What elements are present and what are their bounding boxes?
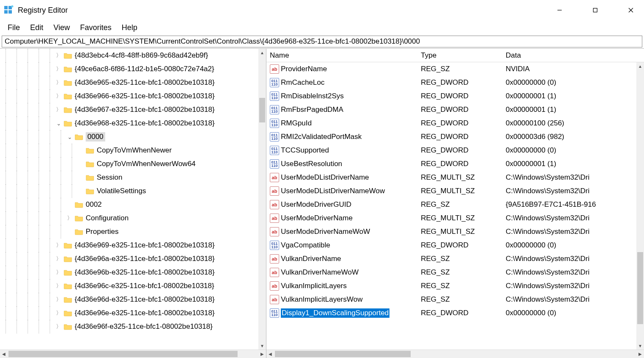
menu-favorites[interactable]: Favorites xyxy=(76,22,116,34)
menu-edit[interactable]: Edit xyxy=(26,22,48,34)
scrollbar-track[interactable] xyxy=(636,70,644,342)
chevron-right-icon[interactable]: 〉 xyxy=(55,269,62,276)
tree-item[interactable]: 〉{48d3ebc4-4cf8-48ff-b869-9c68ad42eb9f} xyxy=(0,49,266,62)
menu-file[interactable]: File xyxy=(3,22,24,34)
tree-item[interactable]: 〉{4d36e96d-e325-11ce-bfc1-08002be10318} xyxy=(0,293,266,306)
value-row[interactable]: abUserModeDListDriverNameWowREG_MULTI_SZ… xyxy=(266,184,644,198)
scrollbar-thumb[interactable] xyxy=(637,252,643,324)
tree-item[interactable]: ⌄{4d36e968-e325-11ce-bfc1-08002be10318} xyxy=(0,117,266,130)
tree-item[interactable]: 0002 xyxy=(0,198,266,211)
values-list[interactable]: abProviderNameREG_SZNVIDIA011110RmCacheL… xyxy=(266,62,644,350)
chevron-right-icon[interactable]: 〉 xyxy=(66,214,73,222)
scroll-right-arrow-icon[interactable]: ▶ xyxy=(258,352,266,356)
scrollbar-track[interactable] xyxy=(274,350,636,358)
value-name: RmCacheLoc xyxy=(281,78,325,87)
scrollbar-thumb[interactable] xyxy=(8,351,238,357)
column-header-name[interactable]: Name xyxy=(266,51,417,60)
value-row[interactable]: 011110TCCSupportedREG_DWORD0x00000000 (0… xyxy=(266,144,644,157)
scroll-down-arrow-icon[interactable]: ▼ xyxy=(636,342,644,350)
chevron-right-icon[interactable]: 〉 xyxy=(55,79,62,86)
value-row[interactable]: abUserModeDriverNameREG_MULTI_SZC:\Windo… xyxy=(266,211,644,225)
value-row[interactable]: 011110RmDisableInst2SysREG_DWORD0x000000… xyxy=(266,89,644,103)
value-row[interactable]: abUserModeDriverNameWoWREG_MULTI_SZC:\Wi… xyxy=(266,225,644,239)
tree-item[interactable]: 〉{49ce6ac8-6f86-11d2-b1e5-0080c72e74a2} xyxy=(0,62,266,76)
column-header-data[interactable]: Data xyxy=(502,51,644,60)
chevron-right-icon[interactable]: 〉 xyxy=(55,241,62,249)
svg-point-4 xyxy=(11,6,14,8)
value-row[interactable]: abVulkanDriverNameREG_SZC:\Windows\Syste… xyxy=(266,252,644,266)
tree-item[interactable]: CopyToVmWhenNewer xyxy=(0,144,266,157)
chevron-down-icon[interactable]: ⌄ xyxy=(55,120,62,127)
menu-help[interactable]: Help xyxy=(118,22,142,34)
chevron-right-icon[interactable]: 〉 xyxy=(55,92,62,100)
tree-item[interactable]: 〉Configuration xyxy=(0,211,266,225)
value-data: 0x00000001 (1) xyxy=(502,160,644,168)
value-row[interactable]: 011110Display1_DownScalingSupportedREG_D… xyxy=(266,306,644,320)
value-row[interactable]: abUserModeDriverGUIDREG_SZ{9A516B97-E7C1… xyxy=(266,198,644,211)
folder-icon xyxy=(64,242,72,249)
menu-view[interactable]: View xyxy=(49,22,74,34)
maximize-button[interactable] xyxy=(585,3,605,17)
binary-value-icon: 011110 xyxy=(270,146,279,155)
value-row[interactable]: abProviderNameREG_SZNVIDIA xyxy=(266,62,644,76)
value-row[interactable]: abVulkanImplicitLayersREG_SZC:\Windows\S… xyxy=(266,279,644,293)
tree-item[interactable]: 〉{4d36e96f-e325-11ce-bfc1-08002be10318} xyxy=(0,320,266,333)
tree-item[interactable]: 〉{4d36e96b-e325-11ce-bfc1-08002be10318} xyxy=(0,266,266,279)
chevron-right-icon[interactable]: 〉 xyxy=(55,106,62,114)
tree-item[interactable]: 〉{4d36e966-e325-11ce-bfc1-08002be10318} xyxy=(0,89,266,103)
chevron-right-icon[interactable]: 〉 xyxy=(55,309,62,317)
tree-item[interactable]: 〉{4d36e965-e325-11ce-bfc1-08002be10318} xyxy=(0,76,266,89)
value-row[interactable]: 011110RmCacheLocREG_DWORD0x00000000 (0) xyxy=(266,76,644,89)
tree-item[interactable]: ⌄0000 xyxy=(0,130,266,144)
tree-item[interactable]: Properties xyxy=(0,225,266,239)
value-row[interactable]: abVulkanDriverNameWoWREG_SZC:\Windows\Sy… xyxy=(266,266,644,279)
value-data: {9A516B97-E7C1-451B-916 xyxy=(502,200,644,209)
scroll-left-arrow-icon[interactable]: ◀ xyxy=(0,352,8,356)
tree-item[interactable]: 〉{4d36e969-e325-11ce-bfc1-08002be10318} xyxy=(0,239,266,252)
chevron-right-icon[interactable]: 〉 xyxy=(55,255,62,263)
scroll-up-arrow-icon[interactable]: ▲ xyxy=(636,62,644,70)
tree-horizontal-scrollbar[interactable]: ◀ ▶ xyxy=(0,350,266,358)
tree-item-label: {4d36e96d-e325-11ce-bfc1-08002be10318} xyxy=(75,295,215,304)
scrollbar-thumb[interactable] xyxy=(259,98,265,122)
tree-item[interactable]: 〉{4d36e96a-e325-11ce-bfc1-08002be10318} xyxy=(0,252,266,266)
tree-item[interactable]: CopyToVmWhenNewerWow64 xyxy=(0,157,266,171)
value-row[interactable]: abVulkanImplicitLayersWowREG_SZC:\Window… xyxy=(266,293,644,306)
tree-item[interactable]: VolatileSettings xyxy=(0,184,266,198)
svg-rect-3 xyxy=(8,10,12,14)
folder-icon xyxy=(64,79,72,86)
tree-item[interactable]: 〉{4d36e96c-e325-11ce-bfc1-08002be10318} xyxy=(0,279,266,293)
tree-vertical-scrollbar[interactable]: ▲ ▼ xyxy=(258,49,266,350)
address-bar[interactable]: Computer\HKEY_LOCAL_MACHINE\SYSTEM\Curre… xyxy=(2,36,642,47)
values-vertical-scrollbar[interactable]: ▲ ▼ xyxy=(636,62,644,350)
scrollbar-track[interactable] xyxy=(258,56,266,342)
scroll-up-arrow-icon[interactable]: ▲ xyxy=(258,49,266,56)
tree-scroll[interactable]: 〉{48d3ebc4-4cf8-48ff-b869-9c68ad42eb9f}〉… xyxy=(0,49,266,350)
scroll-left-arrow-icon[interactable]: ◀ xyxy=(266,352,274,356)
chevron-right-icon[interactable]: 〉 xyxy=(55,296,62,303)
value-name: UserModeDriverName xyxy=(281,214,353,222)
scrollbar-thumb[interactable] xyxy=(275,351,411,357)
chevron-right-icon[interactable]: 〉 xyxy=(55,52,62,59)
close-button[interactable] xyxy=(621,3,641,17)
scrollbar-track[interactable] xyxy=(8,350,258,358)
value-row[interactable]: 011110UseBestResolutionREG_DWORD0x000000… xyxy=(266,157,644,171)
chevron-right-icon[interactable]: 〉 xyxy=(55,282,62,290)
value-row[interactable]: 011110RmFbsrPagedDMAREG_DWORD0x00000001 … xyxy=(266,103,644,117)
value-row[interactable]: 011110RMI2cValidatedPortMaskREG_DWORD0x0… xyxy=(266,130,644,144)
values-horizontal-scrollbar[interactable]: ◀ ▶ xyxy=(266,350,644,358)
chevron-right-icon[interactable]: 〉 xyxy=(55,65,62,73)
minimize-button[interactable] xyxy=(550,3,569,17)
chevron-right-icon[interactable]: 〉 xyxy=(55,323,62,330)
tree-item[interactable]: 〉{4d36e967-e325-11ce-bfc1-08002be10318} xyxy=(0,103,266,117)
tree-item[interactable]: 〉{4d36e96e-e325-11ce-bfc1-08002be10318} xyxy=(0,306,266,320)
scroll-right-arrow-icon[interactable]: ▶ xyxy=(636,352,644,356)
scroll-down-arrow-icon[interactable]: ▼ xyxy=(258,342,266,350)
value-row[interactable]: 011110VgaCompatibleREG_DWORD0x00000000 (… xyxy=(266,239,644,252)
column-header-type[interactable]: Type xyxy=(417,51,502,60)
value-row[interactable]: 011110RMGpuIdREG_DWORD0x00000100 (256) xyxy=(266,117,644,130)
tree-item[interactable]: Session xyxy=(0,171,266,184)
chevron-down-icon[interactable]: ⌄ xyxy=(66,134,73,140)
value-name: UserModeDListDriverName xyxy=(281,173,369,182)
value-row[interactable]: abUserModeDListDriverNameREG_MULTI_SZC:\… xyxy=(266,171,644,184)
